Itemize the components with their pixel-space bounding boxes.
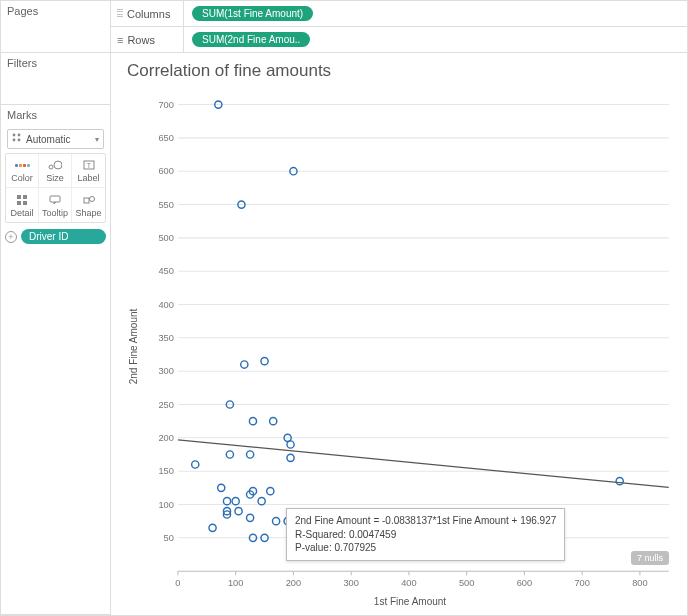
svg-text:550: 550 (158, 200, 173, 210)
svg-text:250: 250 (158, 400, 173, 410)
marks-type-label: Automatic (26, 134, 70, 145)
svg-point-84 (258, 498, 265, 505)
svg-text:500: 500 (158, 233, 173, 243)
svg-text:450: 450 (158, 266, 173, 276)
svg-point-80 (267, 488, 274, 495)
columns-icon: ⦙⦙⦙ (117, 7, 123, 20)
tooltip-icon (49, 193, 61, 207)
svg-text:500: 500 (459, 578, 474, 588)
svg-point-67 (241, 361, 248, 368)
rows-label: Rows (127, 34, 155, 46)
svg-point-86 (235, 508, 242, 515)
svg-point-0 (13, 134, 16, 137)
filters-panel: Filters (1, 53, 110, 105)
svg-text:600: 600 (158, 166, 173, 176)
svg-point-4 (49, 165, 53, 169)
svg-text:650: 650 (158, 133, 173, 143)
svg-point-2 (13, 139, 16, 142)
svg-text:0: 0 (175, 578, 180, 588)
svg-text:300: 300 (343, 578, 358, 588)
marks-detail-row: + Driver ID (5, 229, 106, 244)
color-icon (15, 158, 30, 172)
chart-title: Correlation of fine amounts (127, 61, 677, 81)
viz-area: Correlation of fine amounts 2nd Fine Amo… (111, 53, 687, 615)
svg-point-76 (192, 461, 199, 468)
plus-icon[interactable]: + (5, 231, 17, 243)
columns-shelf[interactable]: ⦙⦙⦙ Columns SUM(1st Fine Amount) (111, 1, 687, 27)
svg-text:100: 100 (158, 500, 173, 510)
svg-text:700: 700 (158, 100, 173, 110)
rows-shelf[interactable]: ≡ Rows SUM(2nd Fine Amou.. (111, 27, 687, 53)
svg-point-89 (284, 518, 291, 525)
svg-point-90 (272, 518, 279, 525)
svg-text:200: 200 (158, 433, 173, 443)
svg-text:400: 400 (158, 300, 173, 310)
svg-point-91 (209, 524, 216, 531)
marks-type-dropdown[interactable]: Automatic ▾ (7, 129, 104, 149)
svg-point-14 (89, 196, 94, 201)
svg-text:200: 200 (286, 578, 301, 588)
nulls-indicator[interactable]: 7 nulls (631, 551, 669, 565)
shape-icon (83, 193, 95, 207)
svg-point-3 (18, 139, 21, 142)
color-button[interactable]: Color (6, 154, 39, 188)
svg-rect-11 (23, 201, 27, 205)
y-axis-title: 2nd Fine Amount (129, 308, 140, 384)
svg-point-70 (270, 418, 277, 425)
svg-point-75 (226, 451, 233, 458)
svg-rect-13 (84, 198, 89, 203)
filters-label: Filters (1, 53, 110, 73)
detail-icon (17, 193, 27, 207)
svg-point-82 (223, 498, 230, 505)
svg-text:150: 150 (158, 466, 173, 476)
svg-point-69 (249, 418, 256, 425)
svg-point-74 (247, 451, 254, 458)
svg-point-77 (616, 478, 623, 485)
svg-text:800: 800 (632, 578, 647, 588)
size-icon (48, 158, 62, 172)
svg-point-83 (232, 498, 239, 505)
svg-point-88 (247, 514, 254, 521)
svg-rect-10 (17, 201, 21, 205)
svg-point-72 (287, 441, 294, 448)
svg-line-62 (178, 440, 669, 487)
columns-label: Columns (127, 8, 170, 20)
svg-point-66 (261, 358, 268, 365)
svg-text:350: 350 (158, 333, 173, 343)
shelves: ⦙⦙⦙ Columns SUM(1st Fine Amount) ≡ Rows … (111, 1, 687, 53)
size-button[interactable]: Size (39, 154, 72, 188)
rows-pill[interactable]: SUM(2nd Fine Amou.. (192, 32, 310, 47)
pages-panel: Pages (1, 1, 110, 53)
shape-button[interactable]: Shape (72, 188, 105, 222)
marks-panel: Marks Automatic ▾ Color Size (1, 105, 110, 615)
side-panels: Pages Filters Marks Automatic ▾ Color (1, 1, 111, 615)
svg-point-5 (54, 161, 62, 169)
marks-card-grid: Color Size T Label Detail Tooltip (5, 153, 106, 223)
scatter-plot[interactable]: 5010015020025030035040045050055060065070… (143, 85, 677, 594)
svg-point-78 (218, 484, 225, 491)
marks-label: Marks (1, 105, 110, 125)
detail-button[interactable]: Detail (6, 188, 39, 222)
svg-text:700: 700 (574, 578, 589, 588)
svg-text:T: T (86, 162, 91, 169)
pages-label: Pages (1, 1, 110, 21)
label-button[interactable]: T Label (72, 154, 105, 188)
x-axis-title: 1st Fine Amount (143, 594, 677, 607)
svg-point-1 (18, 134, 21, 137)
automatic-icon (12, 133, 22, 145)
svg-text:300: 300 (158, 366, 173, 376)
svg-rect-9 (23, 195, 27, 199)
svg-text:100: 100 (228, 578, 243, 588)
columns-pill[interactable]: SUM(1st Fine Amount) (192, 6, 313, 21)
svg-text:600: 600 (517, 578, 532, 588)
svg-text:50: 50 (164, 533, 174, 543)
chevron-down-icon: ▾ (95, 135, 99, 144)
svg-rect-12 (50, 196, 60, 202)
svg-rect-8 (17, 195, 21, 199)
svg-point-73 (287, 454, 294, 461)
svg-text:400: 400 (401, 578, 416, 588)
label-icon: T (83, 158, 95, 172)
driver-id-pill[interactable]: Driver ID (21, 229, 106, 244)
tooltip-button[interactable]: Tooltip (39, 188, 72, 222)
rows-icon: ≡ (117, 34, 123, 46)
